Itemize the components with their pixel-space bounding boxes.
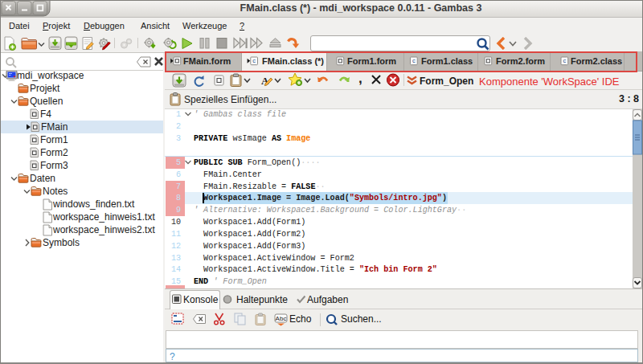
svg-text:Abc: Abc [276,315,287,322]
svg-text:,: , [358,72,362,86]
